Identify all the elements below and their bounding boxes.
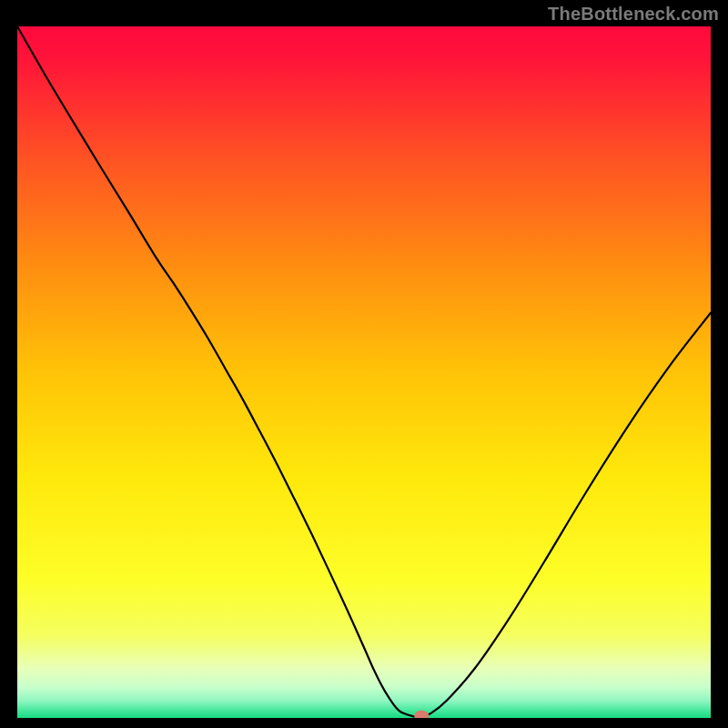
plot-area	[17, 26, 711, 718]
bottleneck-chart-svg	[17, 26, 711, 718]
gradient-background	[17, 26, 711, 718]
watermark-text: TheBottleneck.com	[548, 4, 719, 25]
chart-stage: TheBottleneck.com	[0, 0, 728, 728]
